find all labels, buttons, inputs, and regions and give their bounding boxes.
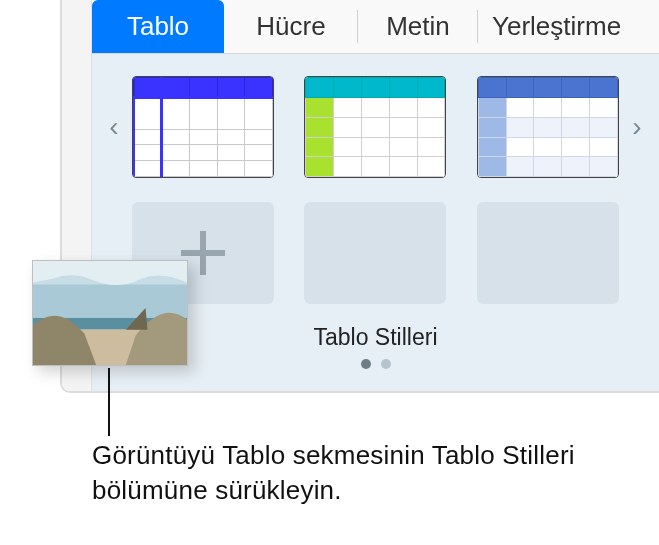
tab-hucre[interactable]: Hücre	[224, 0, 358, 53]
table-style-3[interactable]	[477, 76, 619, 178]
tab-label: Metin	[386, 11, 450, 42]
pager-dot-1[interactable]	[361, 359, 371, 369]
table-style-1[interactable]	[132, 76, 274, 178]
tab-label: Tablo	[127, 11, 189, 42]
callout-leader-line	[108, 368, 110, 436]
tab-yerlestirme[interactable]: Yerleştirme	[478, 0, 659, 53]
beach-photo-icon	[33, 261, 187, 365]
tab-label: Yerleştirme	[492, 11, 621, 42]
pager-dot-2[interactable]	[381, 359, 391, 369]
callout-text: Görüntüyü Tablo sekmesinin Tablo Stiller…	[92, 438, 599, 508]
empty-style-slot[interactable]	[477, 202, 619, 304]
table-styles-grid	[126, 76, 625, 178]
chevron-left-icon[interactable]: ‹	[102, 111, 126, 143]
format-tabs: Tablo Hücre Metin Yerleştirme	[92, 0, 659, 54]
chevron-right-icon[interactable]: ›	[625, 111, 649, 143]
tab-label: Hücre	[256, 11, 325, 42]
tab-metin[interactable]: Metin	[358, 0, 478, 53]
tab-tablo[interactable]: Tablo	[92, 0, 224, 53]
dragged-image-thumbnail[interactable]	[32, 260, 188, 366]
table-style-2[interactable]	[304, 76, 446, 178]
empty-style-slot[interactable]	[304, 202, 446, 304]
table-styles-row: ‹	[102, 72, 649, 182]
